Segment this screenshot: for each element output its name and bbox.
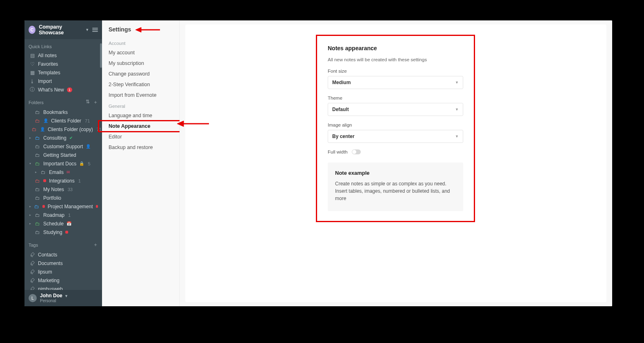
- tag-icon: 🏷: [28, 268, 36, 276]
- person-icon: 👤: [43, 118, 48, 123]
- sidebar: C Company Showcase ▼ Quick Links ▤ All n…: [24, 20, 102, 306]
- user-menu[interactable]: L John Doe ▼ Personal: [24, 290, 102, 306]
- tag-lipsum[interactable]: 🏷lipsum: [24, 267, 102, 276]
- caret-icon: ▸: [29, 136, 33, 140]
- chevron-down-icon: ▼: [455, 107, 459, 111]
- settings-editor[interactable]: Editor: [102, 131, 179, 142]
- folders-sort-icon[interactable]: ⇅: [86, 99, 90, 106]
- content-card: Notes appearance All new notes will be c…: [185, 24, 606, 302]
- settings-language-time[interactable]: Language and time: [102, 110, 179, 121]
- toggle-full-width[interactable]: [352, 149, 361, 154]
- settings-my-account[interactable]: My account: [102, 47, 179, 58]
- nav-favorites[interactable]: ♡ Favorites: [24, 60, 102, 68]
- chevron-down-icon: ▼: [64, 294, 68, 298]
- settings-import-evernote[interactable]: Import from Evernote: [102, 90, 179, 100]
- lock-icon: 🔒: [79, 161, 84, 166]
- folder-icon: 🗀: [34, 204, 40, 209]
- tag-icon: 🏷: [28, 276, 36, 285]
- folder-studying[interactable]: 🗀 Studying: [24, 228, 102, 236]
- chevron-down-icon: ▼: [85, 28, 89, 32]
- section-tags: Tags ＋: [24, 236, 102, 250]
- nav-templates[interactable]: ▦ Templates: [24, 68, 102, 77]
- folder-icon: 🗀: [31, 127, 37, 132]
- settings-change-password[interactable]: Change password: [102, 69, 179, 79]
- folder-clients[interactable]: 🗀 👤 Clients Folder 71: [24, 116, 102, 125]
- settings-my-subscription[interactable]: My subscription: [102, 58, 179, 69]
- folder-emails[interactable]: ▸ 🗀 Emails ✉: [24, 168, 102, 176]
- template-icon: ▦: [29, 70, 35, 76]
- import-icon: ⭳: [29, 78, 35, 84]
- folder-icon: 🗀: [35, 109, 40, 115]
- panel-title: Notes appearance: [328, 45, 463, 51]
- folder-icon: 🗀: [35, 135, 40, 141]
- tag-icon: 🏷: [28, 259, 36, 267]
- folder-icon: 🗀: [35, 187, 40, 192]
- folder-bookmarks[interactable]: 🗀 Bookmarks: [24, 108, 102, 116]
- section-folders: Folders ⇅ ＋: [24, 94, 102, 108]
- folder-clients-copy[interactable]: 🗀 👤 Clients Folder (copy) 71: [24, 125, 102, 134]
- settings-nav: Settings Account My account My subscript…: [102, 20, 180, 306]
- note-icon: ▤: [29, 53, 35, 58]
- tag-nimbusweb[interactable]: 🏷nimbusweb: [24, 285, 102, 290]
- folder-portfolio[interactable]: 🗀 Portfolio: [24, 194, 102, 202]
- tag-icon: 🏷: [28, 285, 36, 290]
- red-marker-icon: [96, 205, 98, 208]
- folder-icon: 🗀: [35, 229, 40, 235]
- sidebar-menu-icon[interactable]: [92, 28, 98, 32]
- settings-note-appearance[interactable]: Note Appearance: [102, 121, 179, 131]
- folder-icon: 🗀: [35, 118, 40, 124]
- folder-my-notes[interactable]: 🗀 My Notes 33: [24, 185, 102, 194]
- tags-add-icon[interactable]: ＋: [93, 241, 98, 248]
- folder-schedule[interactable]: ▸ 🗀 Schedule 📅: [24, 219, 102, 228]
- check-icon: ✔: [69, 136, 73, 140]
- tag-contacts[interactable]: 🏷Contacts: [24, 250, 102, 259]
- workspace-switcher[interactable]: C Company Showcase ▼: [24, 20, 102, 39]
- folder-icon: 🗀: [35, 144, 40, 149]
- caret-icon: ▸: [29, 205, 32, 208]
- chevron-down-icon: ▼: [455, 134, 459, 138]
- nav-import[interactable]: ⭳ Import: [24, 77, 102, 85]
- tag-documents[interactable]: 🏷Documents: [24, 259, 102, 267]
- folder-customer-support[interactable]: 🗀 Customer Support 👤: [24, 142, 102, 151]
- workspace-avatar: C: [29, 26, 36, 34]
- settings-title: Settings: [102, 26, 179, 38]
- select-font-size[interactable]: Medium ▼: [328, 76, 463, 89]
- example-text: Create notes as simple or as complex as …: [335, 180, 456, 202]
- select-image-align[interactable]: By center ▼: [328, 130, 463, 143]
- folder-icon: 🗀: [35, 221, 40, 227]
- workspace-name: Company Showcase: [39, 24, 81, 36]
- folders-add-icon[interactable]: ＋: [93, 99, 98, 106]
- settings-section-account: Account: [102, 38, 179, 47]
- folder-integrations[interactable]: 🗀 Integrations 1: [24, 176, 102, 185]
- example-title: Note example: [335, 170, 456, 176]
- folder-getting-started[interactable]: 🗀 Getting Started: [24, 151, 102, 159]
- person-icon: 👤: [86, 144, 91, 149]
- main-content: Notes appearance All new notes will be c…: [180, 20, 612, 306]
- chevron-down-icon: ▼: [455, 80, 459, 85]
- user-avatar: L: [29, 294, 37, 302]
- folder-icon: 🗀: [35, 161, 40, 167]
- whats-new-badge: 1: [67, 87, 72, 92]
- tag-marketing[interactable]: 🏷Marketing: [24, 276, 102, 285]
- caret-icon: ▸: [29, 213, 33, 217]
- user-plan: Personal: [40, 298, 68, 303]
- settings-backup-restore[interactable]: Backup and restore: [102, 142, 179, 153]
- nav-all-notes[interactable]: ▤ All notes: [24, 51, 102, 60]
- folder-icon: 🗀: [35, 178, 40, 184]
- select-theme[interactable]: Default ▼: [328, 103, 463, 116]
- nav-whats-new[interactable]: ⓘ What's New 1: [24, 85, 102, 94]
- folder-icon: 🗀: [35, 212, 40, 218]
- notes-appearance-panel: Notes appearance All new notes will be c…: [316, 35, 475, 222]
- info-icon: ⓘ: [29, 87, 35, 93]
- folder-project-management[interactable]: ▸ 🗀 Project Management: [24, 202, 102, 211]
- settings-2step[interactable]: 2-Step Verification: [102, 79, 179, 90]
- label-font-size: Font size: [328, 69, 463, 74]
- label-image-align: Image align: [328, 122, 463, 127]
- folder-icon: 🗀: [35, 195, 40, 201]
- folder-important-docs[interactable]: ▾ 🗀 Important Docs 🔒 5: [24, 159, 102, 168]
- section-quick-links: Quick Links: [24, 39, 102, 51]
- folder-consulting[interactable]: ▸ 🗀 Consulting ✔: [24, 134, 102, 142]
- folder-roadmap[interactable]: ▸ 🗀 Roadmap 1: [24, 211, 102, 219]
- caret-icon: ▸: [29, 222, 33, 225]
- caret-icon: ▾: [29, 162, 33, 165]
